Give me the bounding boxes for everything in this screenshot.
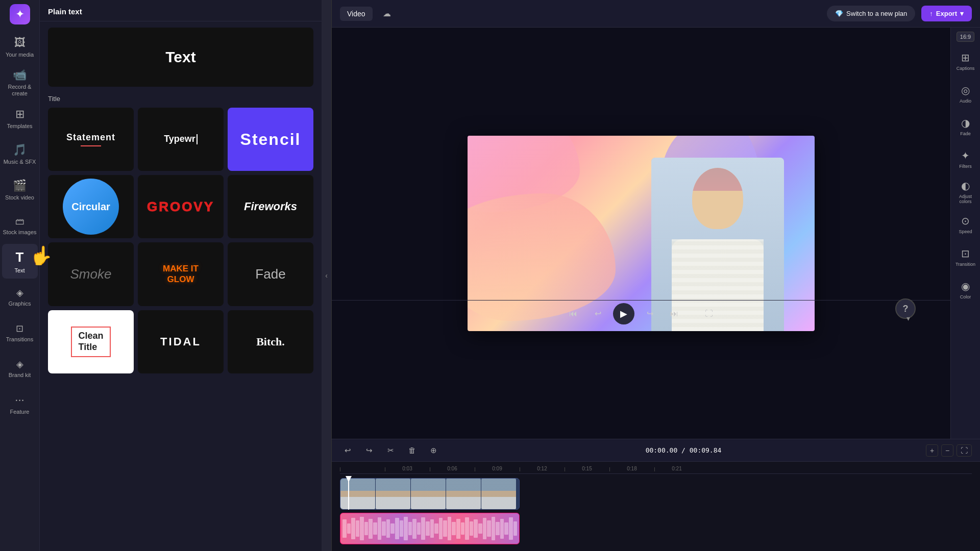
sidebar-item-graphics[interactable]: ◈ Graphics xyxy=(2,280,38,314)
skip-forward-button[interactable]: ⏭ xyxy=(665,305,683,323)
frame-5 xyxy=(481,479,516,509)
transition-icon: ⊡ xyxy=(961,247,970,260)
text-card-statement[interactable]: Statement xyxy=(48,108,134,171)
text-card-fade[interactable]: Fade xyxy=(228,242,313,306)
upgrade-label: Switch to a new plan xyxy=(846,10,907,17)
feature-icon: ··· xyxy=(15,393,24,407)
text-card-circular[interactable]: Circular xyxy=(48,175,134,238)
glitch-label: Bitch. xyxy=(256,335,285,348)
sidebar-item-music-sfx[interactable]: 🎵 Music & SFX xyxy=(2,137,38,171)
fade-label: Fade xyxy=(960,131,971,136)
panel-collapse-button[interactable]: ‹ xyxy=(322,0,332,551)
text-card-typewriter[interactable]: Typewr xyxy=(138,108,224,171)
groovy-label: GROOVY xyxy=(147,199,214,215)
ruler-6: 0:06 xyxy=(430,466,475,471)
text-card-fireworks[interactable]: Fireworks xyxy=(228,175,313,238)
frame-4 xyxy=(446,479,481,509)
export-chevron-icon: ▾ xyxy=(960,10,964,17)
right-panel-audio[interactable]: ◎ Audio xyxy=(953,79,978,109)
duplicate-button[interactable]: ⊕ xyxy=(426,443,441,458)
ruler-3: 0:03 xyxy=(385,466,430,471)
fade-label: Fade xyxy=(255,266,285,282)
stock-images-icon: 🗃 xyxy=(15,216,24,227)
video-clip[interactable] xyxy=(340,478,520,510)
cloud-icon[interactable]: ☁ xyxy=(379,6,395,22)
right-panel-transition[interactable]: ⊡ Transition xyxy=(953,242,978,272)
text-card-smoke[interactable]: Smoke xyxy=(48,242,134,306)
frame-3 xyxy=(411,479,446,509)
right-panel: 16:9 ⊞ Captions ◎ Audio ◑ Fade ✦ Filters… xyxy=(950,28,980,439)
color-icon: ◉ xyxy=(961,280,970,292)
sidebar-item-label: Record &create xyxy=(8,84,32,97)
right-panel-fade[interactable]: ◑ Fade xyxy=(953,111,978,142)
record-create-icon: 📹 xyxy=(13,68,27,82)
right-panel-adjust-colors[interactable]: ◐ Adjust colors xyxy=(953,177,978,207)
sidebar-item-stock-video[interactable]: 🎬 Stock video xyxy=(2,172,38,207)
audio-track xyxy=(340,513,972,544)
timeline-tracks xyxy=(340,474,972,548)
delete-button[interactable]: 🗑 xyxy=(404,443,420,458)
audio-clip[interactable] xyxy=(340,513,520,544)
tab-video[interactable]: Video xyxy=(340,7,373,21)
text-card-stencil[interactable]: Stencil xyxy=(228,108,313,171)
timecode-display: 00:00.00 / 00:09.84 xyxy=(646,446,722,454)
fade-icon: ◑ xyxy=(961,117,970,129)
captions-icon: ⊞ xyxy=(961,52,970,64)
speed-label: Speed xyxy=(959,229,972,234)
aspect-ratio-badge[interactable]: 16:9 xyxy=(957,32,974,42)
sidebar-item-label: Stock images xyxy=(3,229,36,235)
zoom-controls: + − ⛶ xyxy=(926,444,972,457)
right-panel-captions[interactable]: ⊞ Captions xyxy=(953,46,978,77)
zoom-in-button[interactable]: + xyxy=(926,444,938,457)
cut-button[interactable]: ✂ xyxy=(383,443,398,458)
transitions-icon: ⊡ xyxy=(16,323,23,334)
sidebar-item-brand-kit[interactable]: ◈ Brand kit xyxy=(2,351,38,386)
upgrade-button[interactable]: 💎 Switch to a new plan xyxy=(827,6,915,21)
sidebar-item-transitions[interactable]: ⊡ Transitions xyxy=(2,315,38,350)
adjust-colors-label: Adjust colors xyxy=(953,194,978,204)
templates-icon: ⊞ xyxy=(15,108,24,121)
sidebar-item-record-create[interactable]: 📹 Record &create xyxy=(2,65,38,100)
playhead[interactable] xyxy=(348,478,349,510)
right-panel-filters[interactable]: ✦ Filters xyxy=(953,144,978,174)
title-section-label: Title xyxy=(48,95,313,103)
rewind-button[interactable]: ↩ xyxy=(589,305,607,323)
play-pause-button[interactable]: ▶ xyxy=(613,303,634,324)
main-area: Video ☁ 💎 Switch to a new plan ↑ Export … xyxy=(332,0,980,551)
text-card-plain[interactable]: Text xyxy=(48,28,313,87)
stock-video-icon: 🎬 xyxy=(13,179,27,192)
fullscreen-button[interactable]: ⛶ xyxy=(700,305,718,323)
text-card-make-it-glow[interactable]: MAKE ITGLOW xyxy=(138,242,224,306)
adjust-colors-icon: ◐ xyxy=(961,180,970,192)
sidebar-item-feature[interactable]: ··· Feature xyxy=(2,387,38,421)
text-card-glitch[interactable]: Bitch. xyxy=(228,310,313,373)
sidebar-item-your-media[interactable]: 🖼 Your media xyxy=(2,30,38,64)
zoom-out-button[interactable]: − xyxy=(941,444,953,457)
your-media-icon: 🖼 xyxy=(14,36,26,49)
timeline-toolbar: ↩ ↪ ✂ 🗑 ⊕ 00:00.00 / 00:09.84 + − ⛶ xyxy=(332,439,980,462)
sidebar-item-label: Brand kit xyxy=(9,372,31,378)
text-card-groovy[interactable]: GROOVY xyxy=(138,175,224,238)
sidebar-item-templates[interactable]: ⊞ Templates xyxy=(2,101,38,136)
forward-button[interactable]: ↪ xyxy=(641,305,659,323)
ruler-18: 0:18 xyxy=(609,466,654,471)
topbar: Video ☁ 💎 Switch to a new plan ↑ Export … xyxy=(332,0,980,28)
transition-label: Transition xyxy=(955,262,975,267)
right-panel-speed[interactable]: ⊙ Speed xyxy=(953,209,978,240)
text-card-clean-title[interactable]: CleanTitle xyxy=(48,310,134,373)
plain-text-label: Text xyxy=(165,48,195,66)
export-button[interactable]: ↑ Export ▾ xyxy=(921,6,972,21)
fit-button[interactable]: ⛶ xyxy=(957,444,972,457)
redo-button[interactable]: ↪ xyxy=(361,443,377,458)
timeline-scroll[interactable]: 0:03 0:06 0:09 0:12 0:15 0:18 0:21 xyxy=(332,462,980,551)
export-icon: ↑ xyxy=(929,10,933,17)
ruler-21: 0:21 xyxy=(654,466,699,471)
sidebar-item-text[interactable]: T Text xyxy=(2,244,38,279)
chevron-down-button[interactable]: ▾ xyxy=(900,313,916,323)
text-card-tidal[interactable]: TIDAL xyxy=(138,310,224,373)
sidebar-item-stock-images[interactable]: 🗃 Stock images xyxy=(2,208,38,243)
controls-bar: ⏮ ↩ ▶ ↪ ⏭ ⛶ xyxy=(332,300,950,327)
skip-back-button[interactable]: ⏮ xyxy=(564,305,582,323)
right-panel-color[interactable]: ◉ Color xyxy=(953,274,978,305)
undo-button[interactable]: ↩ xyxy=(340,443,355,458)
